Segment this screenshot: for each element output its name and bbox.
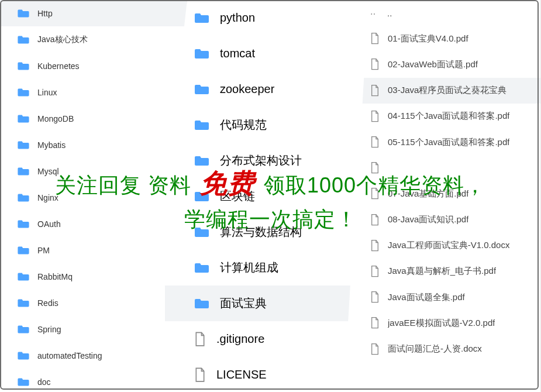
item-label: Spring (37, 325, 61, 334)
folder-row[interactable]: 分布式架构设计 (165, 143, 369, 178)
item-label: zookeeper (220, 82, 274, 96)
file-list-right: ‥..01-面试宝典V4.0.pdf02-JavaWeb面试题.pdf03-Ja… (354, 0, 541, 392)
item-label: Mysql (37, 167, 59, 176)
folder-row[interactable]: Nginx (0, 184, 187, 211)
item-label: 03-Java程序员面试之葵花宝典 (388, 85, 506, 96)
folder-row[interactable]: Mybatis (0, 132, 187, 158)
folder-row[interactable]: 面试宝典 (165, 286, 369, 321)
folder-list-middle: pythontomcatzookeeper代码规范分布式架构设计区块链算法与数据… (165, 0, 370, 392)
folder-row[interactable]: MongoDB (0, 105, 187, 132)
item-label: 04-115个Java面试题和答案.pdf (388, 111, 509, 122)
item-label: MongoDB (37, 114, 74, 123)
folder-row[interactable]: 算法与数据结构 (165, 214, 369, 250)
file-row[interactable] (354, 155, 540, 181)
item-label: 分布式架构设计 (220, 153, 302, 169)
file-row[interactable]: Java工程师面试宝典-V1.0.docx (354, 233, 540, 259)
item-label: .gitignore (216, 332, 264, 346)
file-row[interactable]: 01-面试宝典V4.0.pdf (354, 26, 540, 51)
file-browser-panels: HttpJava核心技术KubernetesLinuxMongoDBMybati… (0, 0, 541, 392)
item-label: LICENSE (216, 368, 267, 381)
file-row[interactable]: 07-Java基础方面.pdf (354, 181, 540, 207)
item-label: 02-JavaWeb面试题.pdf (388, 59, 478, 70)
item-label: RabbitMq (37, 272, 73, 281)
item-label: 07-Java基础方面.pdf (388, 188, 468, 200)
item-label: Nginx (37, 193, 58, 202)
item-label: PM (37, 246, 50, 255)
file-row[interactable]: 04-115个Java面试题和答案.pdf (354, 104, 540, 129)
file-row[interactable]: .gitignore (165, 321, 369, 357)
folder-row[interactable]: 代码规范 (165, 107, 369, 143)
item-label: Java面试题全集.pdf (388, 292, 465, 303)
file-row[interactable]: Java真题与解析_电子书.pdf (354, 259, 540, 284)
item-label: 计算机组成 (220, 260, 278, 276)
item-label: 05-115个Java面试题和答案.pdf (388, 137, 509, 148)
item-label: doc (37, 377, 51, 387)
file-row[interactable]: 03-Java程序员面试之葵花宝典 (354, 78, 540, 104)
file-row[interactable]: 08-Java面试知识.pdf (354, 207, 540, 233)
folder-row[interactable]: python (165, 0, 369, 36)
folder-row[interactable]: zookeeper (165, 71, 369, 107)
item-label: Java核心技术 (37, 35, 88, 45)
item-label: 区块链 (220, 188, 255, 204)
folder-row[interactable]: Http (0, 0, 187, 26)
folder-row[interactable]: 计算机组成 (165, 250, 369, 286)
item-label: Mybatis (37, 140, 66, 150)
item-label: automatedTesting (37, 351, 102, 360)
file-row[interactable]: 面试问题汇总-人资.docx (354, 336, 540, 362)
folder-row[interactable]: Kubernetes (0, 53, 187, 79)
item-label: 面试问题汇总-人资.docx (388, 343, 482, 355)
item-label: Linux (37, 88, 57, 97)
item-label: 08-Java面试知识.pdf (388, 214, 468, 225)
folder-list-left: HttpJava核心技术KubernetesLinuxMongoDBMybati… (0, 0, 187, 392)
file-row[interactable]: Java面试题全集.pdf (354, 284, 540, 310)
folder-row[interactable]: PM (0, 237, 187, 263)
file-row[interactable]: LICENSE (165, 357, 369, 392)
folder-row[interactable]: OAuth (0, 211, 187, 237)
item-label: Java真题与解析_电子书.pdf (388, 266, 496, 277)
folder-row[interactable]: Mysql (0, 158, 187, 184)
folder-row[interactable]: 区块链 (165, 178, 369, 214)
item-label: javaEE模拟面试题-V2.0.pdf (388, 318, 495, 329)
item-label: Kubernetes (37, 61, 80, 71)
folder-row[interactable]: automatedTesting (0, 342, 187, 369)
item-label: 01-面试宝典V4.0.pdf (388, 33, 468, 44)
folder-row[interactable]: tomcat (165, 36, 369, 71)
folder-row[interactable]: Linux (0, 79, 187, 105)
item-label: 代码规范 (220, 117, 267, 133)
file-row[interactable]: 05-115个Java面试题和答案.pdf (354, 129, 540, 155)
item-label: python (220, 11, 255, 25)
folder-row[interactable]: Java核心技术 (0, 26, 187, 53)
folder-row[interactable]: Redis (0, 290, 187, 316)
file-row[interactable]: javaEE模拟面试题-V2.0.pdf (354, 310, 540, 336)
file-row[interactable]: 02-JavaWeb面试题.pdf (354, 51, 540, 77)
item-label: Redis (37, 298, 58, 308)
folder-row[interactable]: RabbitMq (0, 263, 187, 290)
item-label: 面试宝典 (220, 295, 267, 311)
item-label: Java工程师面试宝典-V1.0.docx (388, 240, 509, 251)
item-label: 算法与数据结构 (220, 224, 302, 240)
item-label: .. (387, 8, 392, 18)
item-label: tomcat (220, 47, 255, 60)
item-label: Http (37, 9, 53, 18)
folder-row[interactable]: doc (0, 369, 187, 392)
folder-row[interactable]: Spring (0, 316, 187, 342)
file-row[interactable]: ‥.. (354, 0, 540, 26)
item-label: OAuth (37, 219, 61, 229)
